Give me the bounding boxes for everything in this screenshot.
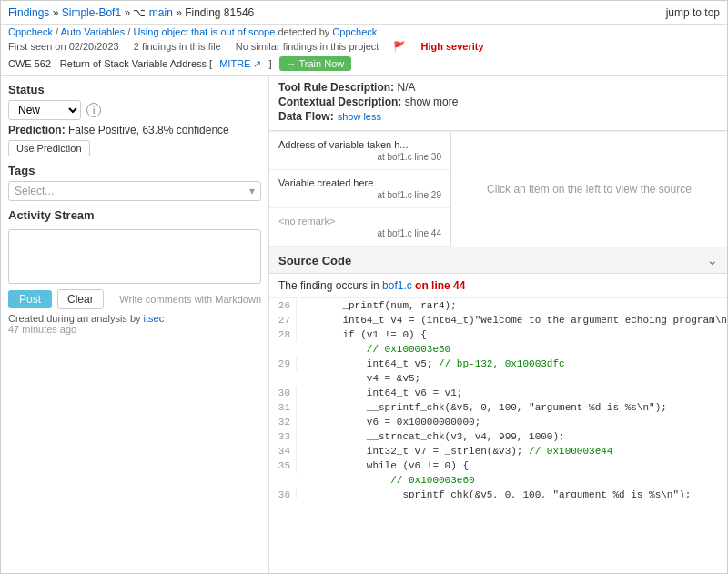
status-info-icon[interactable]: i [86, 103, 101, 117]
status-select[interactable]: New [8, 100, 81, 120]
data-flow-text-1: Variable created here. [278, 177, 441, 188]
data-flow-item-1[interactable]: Variable created here. at bof1.c line 29 [269, 170, 450, 208]
source-line-info: on line 44 [415, 279, 465, 292]
clear-button[interactable]: Clear [57, 289, 104, 309]
breadcrumb-branch-icon: ⌥ [133, 6, 146, 19]
code-line: 26 _printf(num, rar4); [269, 298, 727, 313]
breadcrumb-sep1: » [53, 6, 62, 19]
breadcrumb-sep3: » [176, 6, 185, 19]
prediction-label: Prediction: [8, 124, 66, 136]
source-finding-info: The finding occurs in bof1.c on line 44 [269, 274, 727, 298]
data-flow-area: Address of variable taken h... at bof1.c… [269, 131, 727, 247]
code-line: // 0x100003e60 [269, 473, 727, 488]
breadcrumb-branch[interactable]: main [149, 6, 173, 19]
code-line: 29 int64_t v5; // bp-132, 0x10003dfc [269, 357, 727, 371]
subtitle-cppcheck[interactable]: Cppcheck [8, 26, 53, 37]
code-line: v4 = &v5; [269, 371, 727, 386]
jump-top-link[interactable]: jump to top [666, 6, 720, 19]
source-placeholder: Click an item on the left to view the so… [451, 132, 727, 247]
code-line: 32 v6 = 0x10000000000; [269, 415, 727, 429]
author-link[interactable]: itsec [144, 313, 165, 324]
subtitle-auto-variables[interactable]: Auto Variables [61, 26, 126, 37]
right-panel: Tool Rule Description: N/A Contextual De… [269, 76, 727, 573]
source-header: Source Code ⌄ [269, 247, 727, 274]
activity-section: Activity Stream Post Clear Write comment… [8, 208, 261, 566]
prediction-value: False Positive, 63.8% confidence [68, 124, 229, 136]
code-line: 27 int64_t v4 = (int64_t)"Welcome to the… [269, 313, 727, 327]
severity-label: High severity [420, 41, 483, 53]
use-prediction-button[interactable]: Use Prediction [8, 140, 90, 156]
data-flow-text-2: <no remark> [278, 216, 441, 227]
severity-icon: 🚩 [393, 41, 406, 53]
cwe-bar: CWE 562 - Return of Stack Variable Addre… [1, 55, 727, 75]
code-line: 33 __strncat_chk(v3, v4, 999, 1000); [269, 429, 727, 444]
status-title: Status [8, 83, 261, 96]
dataflow-toggle[interactable]: show less [338, 111, 381, 122]
tags-select-dropdown[interactable]: Select... ▾ [8, 181, 261, 201]
status-section: Status New i Prediction: False Positive,… [8, 83, 261, 156]
time-ago: 47 minutes ago [8, 324, 261, 335]
tags-title: Tags [8, 164, 261, 177]
tags-placeholder: Select... [15, 185, 54, 197]
breadcrumb-sep2: » [124, 6, 133, 19]
code-line: 30 int64_t v6 = v1; [269, 386, 727, 400]
code-line: // 0x100003e60 [269, 342, 727, 357]
subtitle-bar: Cppcheck / Auto Variables / Using object… [1, 25, 727, 39]
markdown-hint: Write comments with Markdown [119, 294, 261, 305]
data-flow-loc-0: at bof1.c line 30 [278, 152, 441, 162]
prediction-row: Prediction: False Positive, 63.8% confid… [8, 124, 261, 136]
breadcrumb: Findings » Simple-Bof1 » ⌥ main » Findin… [8, 6, 254, 19]
first-seen: First seen on 02/20/2023 [8, 41, 119, 53]
data-flow-item-2[interactable]: <no remark> at bof1.c line 44 [269, 208, 450, 247]
info-bar: First seen on 02/20/2023 2 findings in t… [1, 39, 727, 55]
tags-section: Tags Select... ▾ [8, 164, 261, 201]
post-button[interactable]: Post [8, 290, 52, 308]
code-line: 28 if (v1 != 0) { [269, 327, 727, 342]
subtitle-cppcheck2[interactable]: Cppcheck [332, 26, 377, 37]
source-title: Source Code [278, 254, 351, 267]
data-flow-loc-1: at bof1.c line 29 [278, 190, 441, 200]
code-line: 35 while (v6 != 0) { [269, 458, 727, 473]
created-by: Created during an analysis by itsec [8, 313, 261, 324]
train-now-button[interactable]: Train Now [279, 56, 352, 71]
cwe-mitre-link[interactable]: MITRE ↗ [219, 58, 261, 70]
code-line: 36 __sprintf_chk(&v5, 0, 100, "argument … [269, 488, 727, 498]
dataflow-label: Data Flow: [278, 110, 334, 123]
data-flow-loc-2: at bof1.c line 44 [278, 228, 441, 238]
collapse-button[interactable]: ⌄ [707, 253, 718, 267]
left-panel: Status New i Prediction: False Positive,… [1, 76, 269, 573]
contextual-label: Contextual Description: [278, 96, 401, 108]
data-flow-item-0[interactable]: Address of variable taken h... at bof1.c… [269, 132, 450, 170]
subtitle-object-scope[interactable]: Using object that is out of scope [133, 26, 275, 37]
tool-info: Tool Rule Description: N/A Contextual De… [269, 76, 727, 131]
rule-value: N/A [397, 81, 415, 94]
rule-label: Tool Rule Description: [278, 81, 394, 94]
code-line: 34 int32_t v7 = _strlen(&v3); // 0x10000… [269, 444, 727, 458]
source-file-link[interactable]: bof1.c [382, 279, 412, 292]
breadcrumb-finding: Finding 81546 [185, 6, 254, 19]
jump-top-anchor[interactable]: jump to top [666, 6, 720, 19]
similar-findings: No similar findings in this project [236, 41, 379, 53]
cwe-label: CWE 562 - Return of Stack Variable Addre… [8, 58, 212, 69]
data-flow-items: Address of variable taken h... at bof1.c… [269, 132, 451, 247]
code-line: 31 __sprintf_chk(&v5, 0, 100, "argument … [269, 400, 727, 415]
activity-title: Activity Stream [8, 208, 261, 222]
tags-arrow-icon: ▾ [249, 185, 255, 197]
data-flow-text-0: Address of variable taken h... [278, 139, 441, 150]
source-section: Source Code ⌄ The finding occurs in bof1… [269, 247, 727, 498]
contextual-show-more[interactable]: show more [405, 96, 459, 108]
findings-count: 2 findings in this file [134, 41, 221, 53]
breadcrumb-findings[interactable]: Findings [8, 6, 49, 19]
code-block[interactable]: 26 _printf(num, rar4); 27 int64_t v4 = (… [269, 298, 727, 498]
breadcrumb-project[interactable]: Simple-Bof1 [62, 6, 121, 19]
activity-textarea[interactable] [8, 229, 261, 284]
